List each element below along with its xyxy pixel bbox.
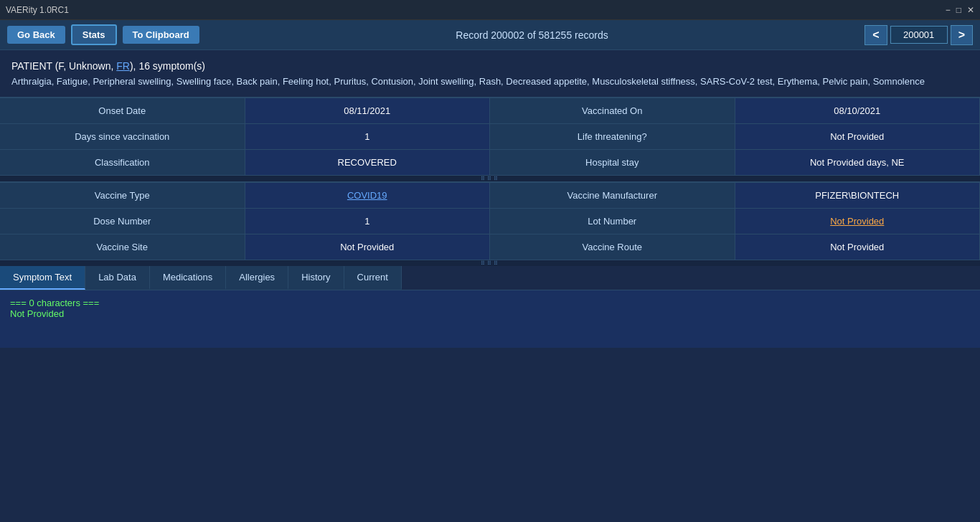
vaccinated-on-value: 08/10/2021 <box>735 98 981 124</box>
to-clipboard-button[interactable]: To Clipboard <box>123 26 199 44</box>
stats-button[interactable]: Stats <box>71 24 117 45</box>
life-threatening-label: Life threatening? <box>490 124 735 150</box>
tab-allergies[interactable]: Allergies <box>226 266 288 290</box>
tab-medications[interactable]: Medications <box>150 266 226 290</box>
window-controls: − □ ✕ <box>946 5 974 15</box>
minimize-icon[interactable]: − <box>946 5 951 15</box>
record-info: Record 200002 of 581255 records <box>205 29 859 41</box>
classification-value: RECOVERED <box>245 150 491 176</box>
toolbar: Go Back Stats To Clipboard Record 200002… <box>0 20 980 50</box>
life-threatening-value: Not Provided <box>735 124 981 150</box>
vaccine-type-link[interactable]: COVID19 <box>347 190 387 201</box>
app-title: VAERity 1.0RC1 <box>6 5 69 15</box>
go-back-button[interactable]: Go Back <box>7 26 65 44</box>
vaccine-manufacturer-value: PFIZER\BIONTECH <box>735 183 981 209</box>
onset-date-label: Onset Date <box>0 98 245 124</box>
tab-lab-data[interactable]: Lab Data <box>85 266 150 290</box>
content-area: === 0 characters === Not Provided <box>0 290 980 348</box>
dose-number-value: 1 <box>245 209 491 234</box>
vaccinated-on-label: Vaccinated On <box>490 98 735 124</box>
maximize-icon[interactable]: □ <box>956 5 961 15</box>
vaccine-route-label: Vaccine Route <box>490 234 735 260</box>
content-line1: === 0 characters === <box>10 298 970 308</box>
vaccine-type-value: COVID19 <box>245 183 491 209</box>
hospital-stay-label: Hospital stay <box>490 150 735 176</box>
dose-number-label: Dose Number <box>0 209 245 234</box>
prev-record-button[interactable]: < <box>864 25 887 45</box>
vaccine-type-label: Vaccine Type <box>0 183 245 209</box>
patient-symptoms: Arthralgia, Fatigue, Peripheral swelling… <box>11 76 969 87</box>
splitter-2[interactable]: ⠿⠿⠿ <box>0 260 980 266</box>
patient-title-prefix: PATIENT (F, Unknown, <box>11 60 116 72</box>
lot-number-label: Lot Number <box>490 209 735 234</box>
splitter-handle-2: ⠿⠿⠿ <box>481 260 500 267</box>
tab-bar: Symptom Text Lab Data Medications Allerg… <box>0 266 980 290</box>
days-since-vax-label: Days since vaccination <box>0 124 245 150</box>
patient-link[interactable]: FR <box>116 60 130 72</box>
patient-title-suffix: ), 16 symptom(s) <box>130 60 205 72</box>
tab-history[interactable]: History <box>288 266 344 290</box>
splitter-handle: ⠿⠿⠿ <box>481 176 500 182</box>
days-since-vax-value: 1 <box>245 124 491 150</box>
next-record-button[interactable]: > <box>951 25 973 45</box>
classification-label: Classification <box>0 150 245 176</box>
vaccine-route-value: Not Provided <box>735 234 981 260</box>
tab-current[interactable]: Current <box>344 266 402 290</box>
splitter-1[interactable]: ⠿⠿⠿ <box>0 176 980 181</box>
nav-controls: < > <box>864 25 973 45</box>
lot-number-link[interactable]: Not Provided <box>830 216 884 227</box>
hospital-stay-value: Not Provided days, NE <box>735 150 981 176</box>
vaccine-manufacturer-label: Vaccine Manufacturer <box>490 183 735 209</box>
title-bar: VAERity 1.0RC1 − □ ✕ <box>0 0 980 20</box>
tab-symptom-text[interactable]: Symptom Text <box>0 266 85 290</box>
record-number-input[interactable] <box>890 26 948 44</box>
content-line2: Not Provided <box>10 308 970 319</box>
vaccine-grid: Vaccine Type COVID19 Vaccine Manufacture… <box>0 181 980 260</box>
lot-number-value: Not Provided <box>735 209 981 234</box>
vaccine-site-label: Vaccine Site <box>0 234 245 260</box>
vaccine-site-value: Not Provided <box>245 234 491 260</box>
clinical-grid: Onset Date 08/11/2021 Vaccinated On 08/1… <box>0 97 980 176</box>
patient-section: PATIENT (F, Unknown, FR), 16 symptom(s) … <box>0 50 980 97</box>
onset-date-value: 08/11/2021 <box>245 98 491 124</box>
close-icon[interactable]: ✕ <box>967 5 974 15</box>
patient-title: PATIENT (F, Unknown, FR), 16 symptom(s) <box>11 60 969 72</box>
